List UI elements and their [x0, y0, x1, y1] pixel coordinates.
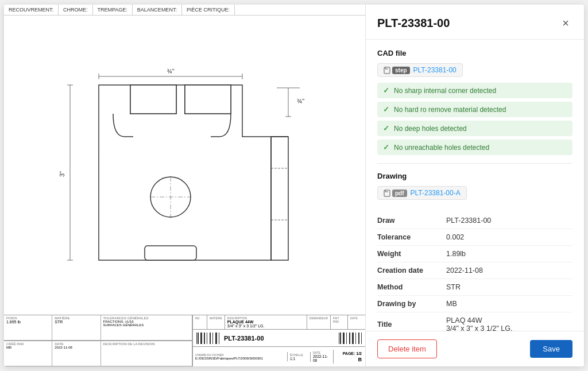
- check-item-1: ✓ No hard ro remove material detected: [377, 102, 572, 117]
- check-text-3: No unreachable holes detected: [394, 144, 489, 152]
- cad-drawing: ¾" ¾" 3": [24, 42, 346, 289]
- close-button[interactable]: ×: [559, 16, 572, 30]
- info-label-4: Method: [377, 279, 446, 296]
- svg-rect-16: [271, 137, 288, 260]
- check-item-2: ✓ No deep holes detected: [377, 121, 572, 136]
- check-icon-1: ✓: [383, 105, 389, 114]
- info-row-1: Tolerance0.002: [377, 229, 572, 246]
- info-label-0: Draw: [377, 212, 446, 229]
- info-row-3: Creation date2022-11-08: [377, 262, 572, 279]
- info-value-6: PLAQ 44W 3/4" x 3" x 3 1/2" LG.: [446, 312, 572, 331]
- title-cell-recouvrement: RECOUVREMENT:: [4, 5, 59, 15]
- info-row-6: TitlePLAQ 44W 3/4" x 3" x 3 1/2" LG.: [377, 312, 572, 331]
- title-cell-balancement: BALANCEMENT:: [133, 5, 182, 15]
- left-panel: RECOUVREMENT: CHROME: TREMPAGE: BALANCEM…: [4, 5, 366, 366]
- footer-echelle: 1:1: [290, 357, 308, 361]
- right-footer: Delete item Save: [366, 331, 584, 366]
- pdf-file-icon: [384, 190, 390, 197]
- file-icon: [384, 67, 390, 74]
- info-row-4: MethodSTR: [377, 279, 572, 296]
- section-divider: [377, 163, 572, 164]
- info-value-2: 1.89lb: [446, 246, 572, 262]
- drawing-canvas: ¾" ¾" 3": [4, 16, 365, 315]
- delete-button[interactable]: Delete item: [377, 339, 437, 358]
- title-cell-chrome: CHROME:: [59, 5, 93, 15]
- info-row-2: Weight1.89lb: [377, 246, 572, 262]
- drawing-title-bar: RECOUVREMENT: CHROME: TREMPAGE: BALANCEM…: [4, 5, 365, 16]
- check-item-0: ✓ No sharp internal corner detected: [377, 83, 572, 98]
- check-text-0: No sharp internal corner detected: [394, 87, 496, 95]
- info-row-5: Drawing byMB: [377, 296, 572, 312]
- cad-file-section: CAD file step PLT-23381-00 ✓ No sharp in…: [377, 49, 572, 155]
- footer-page: PAGE: 1/2: [343, 351, 362, 355]
- info-label-5: Drawing by: [377, 296, 446, 312]
- info-table: DrawPLT-23381-00Tolerance0.002Weight1.89…: [377, 212, 572, 331]
- footer-date: 2022-11-08: [313, 354, 331, 362]
- drawing-footer: POIDS 1.895 lb MATIÈRE STR TOLERANCES GÉ…: [4, 315, 365, 366]
- check-text-1: No hard ro remove material detected: [394, 106, 506, 114]
- svg-text:¾": ¾": [297, 98, 304, 105]
- part-title: PLT-23381-00: [377, 17, 450, 30]
- drawing-file-badge: pdf PLT-23381-00-A: [377, 186, 467, 200]
- info-label-2: Weight: [377, 246, 446, 262]
- info-value-5: MB: [446, 296, 572, 312]
- drawing-section-title: Drawing: [377, 172, 572, 180]
- svg-text:3": 3": [59, 171, 65, 176]
- drawing-file-link[interactable]: PLT-23381-00-A: [411, 189, 461, 197]
- svg-rect-15: [145, 246, 196, 260]
- cad-file-link[interactable]: PLT-23381-00: [413, 66, 457, 74]
- check-icon-2: ✓: [383, 124, 389, 133]
- save-button[interactable]: Save: [530, 340, 572, 358]
- title-cell-piece-critique: PIÈCE CRITIQUE:: [182, 5, 235, 15]
- check-icon-0: ✓: [383, 86, 389, 95]
- check-text-2: No deep holes detected: [394, 125, 467, 133]
- right-content: CAD file step PLT-23381-00 ✓ No sharp in…: [366, 40, 584, 331]
- svg-text:¾": ¾": [167, 68, 174, 75]
- info-label-1: Tolerance: [377, 229, 446, 246]
- check-item-3: ✓ No unreachable holes detected: [377, 140, 572, 155]
- title-cell-trempage: TREMPAGE:: [93, 5, 133, 15]
- info-value-1: 0.002: [446, 229, 572, 246]
- info-label-6: Title: [377, 312, 446, 331]
- footer-part-number: PLT-23381-00: [224, 335, 334, 342]
- file-type-step: step: [392, 67, 410, 74]
- drawing-section: Drawing pdf PLT-23381-00-A: [377, 172, 572, 206]
- footer-poids: 1.895 lb: [6, 320, 49, 324]
- info-value-0: PLT-23381-00: [446, 212, 572, 229]
- footer-fichier: E:/DESSIN3D/Fabriques/PLT/2009/3000301: [195, 357, 285, 360]
- info-value-3: 2022-11-08: [446, 262, 572, 279]
- right-header: PLT-23381-00 ×: [366, 5, 584, 40]
- file-type-pdf: pdf: [392, 190, 407, 197]
- cad-file-badge: step PLT-23381-00: [377, 63, 463, 77]
- info-label-3: Creation date: [377, 262, 446, 279]
- info-row-0: DrawPLT-23381-00: [377, 212, 572, 229]
- check-icon-3: ✓: [383, 143, 389, 152]
- right-panel: PLT-23381-00 × CAD file step PLT-23381-0…: [366, 5, 584, 366]
- footer-matiere: STR: [55, 320, 98, 324]
- cad-section-title: CAD file: [377, 49, 572, 57]
- info-value-4: STR: [446, 279, 572, 296]
